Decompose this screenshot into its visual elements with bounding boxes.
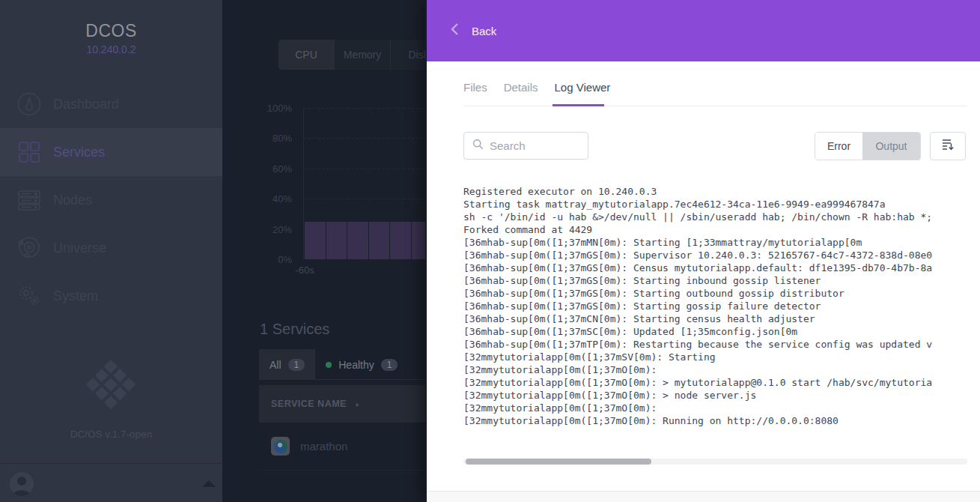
panel-tabs: Files Details Log Viewer xyxy=(463,81,610,106)
marathon-icon xyxy=(271,437,290,456)
table-row[interactable]: marathon xyxy=(259,423,425,471)
gauge-icon xyxy=(17,92,41,116)
filter-tab-healthy[interactable]: Healthy 1 xyxy=(315,349,408,380)
tab-details[interactable]: Details xyxy=(504,81,538,106)
healthy-dot-icon xyxy=(326,362,332,368)
sidebar: DCOS 10.240.0.2 Dashboard Services Nodes… xyxy=(0,0,222,502)
sidebar-item-label: Nodes xyxy=(53,193,92,208)
sidebar-item-nodes[interactable]: Nodes xyxy=(0,176,222,224)
services-heading: 1 Services xyxy=(260,321,329,338)
sidebar-item-label: Dashboard xyxy=(53,97,119,112)
sidebar-item-label: System xyxy=(53,288,98,304)
cpu-bars xyxy=(305,108,425,259)
count-badge: 1 xyxy=(288,359,305,371)
tab-divider xyxy=(463,106,967,106)
avatar xyxy=(10,472,34,496)
download-log-button[interactable] xyxy=(930,132,966,160)
stream-toggle: Error Output xyxy=(815,132,921,160)
panel-footer xyxy=(427,491,980,502)
resource-tabs: CPU Memory Disk xyxy=(279,40,425,70)
tab-cpu[interactable]: CPU xyxy=(279,40,335,70)
sidebar-item-label: Services xyxy=(53,145,105,160)
cluster-ip[interactable]: 10.240.0.2 xyxy=(0,43,222,55)
sidebar-item-services[interactable]: Services xyxy=(0,128,222,176)
app-title: DCOS xyxy=(0,21,222,41)
horizontal-scrollbar[interactable] xyxy=(463,459,967,465)
search-field[interactable] xyxy=(490,139,579,152)
sidebar-item-system[interactable]: System xyxy=(0,272,222,320)
service-table-header[interactable]: SERVICE NAME ▲ xyxy=(259,385,425,423)
error-toggle-button[interactable]: Error xyxy=(815,133,862,160)
chart-y-axis-labels: 100%80%60%40%20%0% xyxy=(255,108,296,265)
search-icon xyxy=(472,139,484,153)
service-name[interactable]: marathon xyxy=(300,440,347,453)
sidebar-item-label: Universe xyxy=(53,241,106,256)
tab-log-viewer[interactable]: Log Viewer xyxy=(555,81,611,106)
download-log-icon xyxy=(940,137,955,155)
chevron-up-icon[interactable] xyxy=(202,480,216,487)
search-input[interactable] xyxy=(463,132,588,160)
sidebar-item-dashboard[interactable]: Dashboard xyxy=(0,80,222,128)
filter-tab-all[interactable]: All 1 xyxy=(259,349,315,380)
gears-icon xyxy=(17,284,41,308)
panel-header: Back xyxy=(427,0,980,61)
grid-icon xyxy=(17,140,41,164)
active-tab-underline xyxy=(553,104,604,106)
sort-asc-icon: ▲ xyxy=(354,401,360,408)
tab-disk[interactable]: Disk xyxy=(391,40,425,70)
version-label: DC/OS v.1.7-open xyxy=(0,429,222,440)
service-filter-bar: All 1 Healthy 1 xyxy=(259,349,425,380)
chevron-left-icon[interactable] xyxy=(449,22,461,40)
sidebar-item-universe[interactable]: Universe xyxy=(0,224,222,272)
chart-x-axis-label: -60s xyxy=(291,264,318,276)
cpu-chart xyxy=(303,108,425,259)
tab-memory[interactable]: Memory xyxy=(335,40,391,70)
log-output[interactable]: Registered executor on 10.240.0.3 Starti… xyxy=(463,185,967,432)
column-service-name[interactable]: SERVICE NAME xyxy=(271,399,347,409)
back-button[interactable]: Back xyxy=(472,25,496,37)
count-badge: 1 xyxy=(381,359,398,371)
dcos-logo xyxy=(85,360,136,411)
dashboard-background: CPU Memory Disk 100%80%60%40%20%0% -60s … xyxy=(222,0,425,502)
output-toggle-button[interactable]: Output xyxy=(862,133,920,160)
orbit-icon xyxy=(17,236,41,260)
task-detail-panel: Back Files Details Log Viewer Error Outp… xyxy=(425,0,980,502)
scrollbar-thumb[interactable] xyxy=(466,459,651,465)
user-account-row[interactable] xyxy=(0,463,222,502)
servers-icon xyxy=(17,188,41,212)
tab-files[interactable]: Files xyxy=(463,81,487,106)
